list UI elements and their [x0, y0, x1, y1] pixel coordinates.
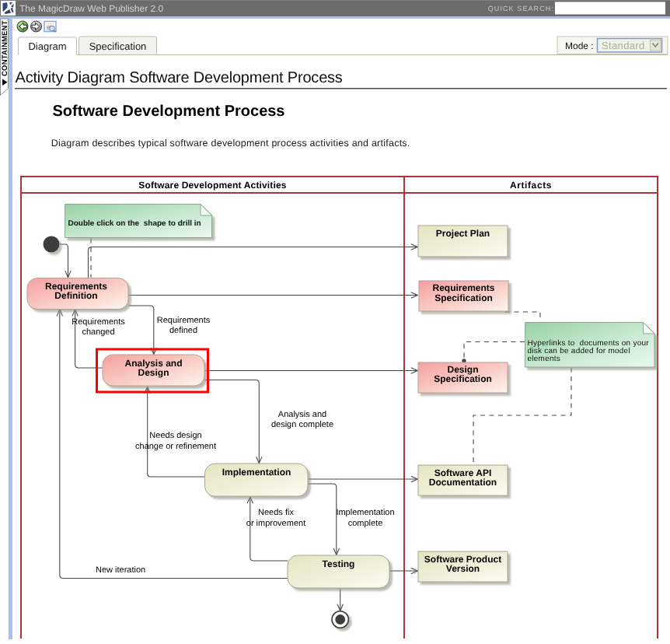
svg-text:Mode :: Mode :: [565, 40, 594, 51]
svg-text:Requirements: Requirements: [72, 317, 125, 327]
svg-text:Specification: Specification: [89, 40, 147, 52]
svg-text:or improvement: or improvement: [246, 519, 305, 528]
svg-text:Project Plan: Project Plan: [436, 228, 490, 239]
svg-text:Activity Diagram Software Deve: Activity Diagram Software Development Pr…: [16, 69, 343, 86]
svg-text:The MagicDraw Web Publisher 2.: The MagicDraw Web Publisher 2.0: [19, 3, 164, 14]
svg-text:Implementation: Implementation: [222, 467, 291, 478]
svg-text:Standard: Standard: [602, 40, 645, 51]
svg-text:Specification: Specification: [434, 373, 492, 384]
svg-text:CONTAINMENT: CONTAINMENT: [1, 20, 9, 76]
svg-text:Double click on the shape to: Double click on the shape to drill in: [68, 219, 201, 228]
svg-text:Software Development Process: Software Development Process: [53, 103, 285, 120]
svg-text:New iteration: New iteration: [96, 565, 145, 575]
svg-text:Diagram describes typical soft: Diagram describes typical software devel…: [51, 138, 410, 149]
svg-text:Implementation: Implementation: [336, 508, 394, 517]
svg-text:Analysis and: Analysis and: [278, 410, 326, 419]
svg-text:elements: elements: [528, 355, 561, 363]
svg-text:Documentation: Documentation: [429, 477, 497, 488]
svg-text:complete: complete: [348, 519, 383, 528]
svg-text:Diagram: Diagram: [28, 40, 66, 52]
svg-text:change or refinement: change or refinement: [135, 442, 216, 451]
svg-text:defined: defined: [169, 326, 197, 335]
svg-text:Version: Version: [446, 563, 480, 574]
svg-text:QUICK SEARCH:: QUICK SEARCH:: [488, 5, 554, 12]
svg-text:Needs fix: Needs fix: [258, 508, 294, 517]
svg-text:Design: Design: [138, 367, 169, 378]
svg-text:Artifacts: Artifacts: [510, 180, 552, 191]
svg-text:Specification: Specification: [434, 292, 493, 303]
svg-text:Requirements: Requirements: [157, 316, 211, 325]
svg-text:Software Development Activitie: Software Development Activities: [138, 180, 286, 191]
svg-text:design complete: design complete: [271, 420, 333, 429]
svg-text:Needs design: Needs design: [149, 431, 201, 440]
svg-text:Definition: Definition: [54, 290, 97, 301]
svg-text:Testing: Testing: [323, 558, 355, 569]
svg-text:changed: changed: [82, 327, 114, 337]
